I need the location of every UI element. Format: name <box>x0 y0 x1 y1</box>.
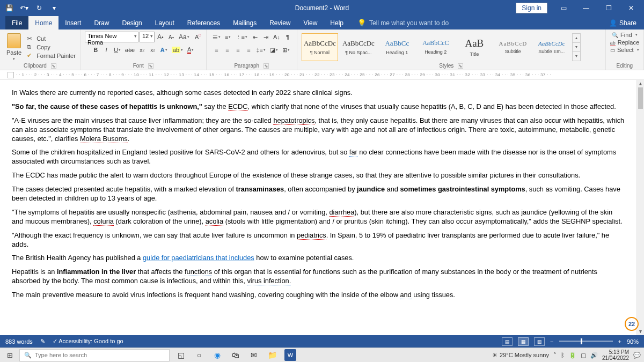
zoom-level[interactable]: 90% <box>627 338 639 345</box>
tab-references[interactable]: References <box>181 16 226 29</box>
read-mode-button[interactable]: ▤ <box>502 337 513 346</box>
ribbon-options-icon[interactable]: ▭ <box>553 0 574 16</box>
taskbar-search[interactable]: 🔍Type here to search <box>19 349 170 361</box>
para[interactable]: The British Health Agency has published … <box>12 254 625 263</box>
tab-help[interactable]: Help <box>324 16 350 29</box>
para[interactable]: In Wales there are currently no reported… <box>12 88 625 98</box>
style-subtitle[interactable]: AaBbCcDSubtitle <box>495 33 531 61</box>
proofing-icon[interactable]: ✎ <box>40 338 45 345</box>
font-dialog-launcher[interactable]: ⬊ <box>148 63 153 69</box>
para[interactable]: Hepatitis is an inflammation in the live… <box>12 268 625 286</box>
guide-link[interactable]: guide for paediatricians that includes <box>143 254 254 262</box>
clear-formatting-button[interactable]: A◇ <box>192 32 202 42</box>
tell-me-search[interactable]: 💡Tell me what you want to do <box>350 16 449 29</box>
task-view-icon[interactable]: ◱ <box>175 349 187 361</box>
tab-layout[interactable]: Layout <box>149 16 181 29</box>
wifi-icon[interactable]: ▢ <box>581 352 586 359</box>
chevron-up-icon[interactable]: ˄ <box>553 352 557 359</box>
system-clock[interactable]: 5:13 PM21/04/2022 <box>602 349 629 361</box>
para[interactable]: The ECDC has made public the alert to wa… <box>12 171 625 180</box>
print-layout-button[interactable]: ▦ <box>518 337 529 346</box>
borders-button[interactable]: ⊞ <box>281 45 291 55</box>
bullets-button[interactable]: ☰ <box>211 32 222 42</box>
replace-button[interactable]: Replace <box>610 39 639 46</box>
style-heading-2[interactable]: AaBbCcCHeading 2 <box>418 33 454 61</box>
word-taskbar-icon[interactable]: W <box>284 349 296 361</box>
align-center-button[interactable]: ≡ <box>222 45 232 55</box>
cut-button[interactable]: Cut <box>27 35 76 42</box>
styles-dialog-launcher[interactable]: ⬊ <box>458 63 463 69</box>
para[interactable]: "The symptoms of hepatitis are usually n… <box>12 208 625 226</box>
font-name-combo[interactable]: Times New Roma <box>85 32 138 42</box>
bluetooth-icon[interactable]: ᛒ <box>561 352 565 358</box>
style--normal[interactable]: AaBbCcDc¶ Normal <box>302 33 338 61</box>
redo-icon[interactable]: ↻ <box>33 2 45 14</box>
document-body[interactable]: In Wales there are currently no reported… <box>0 80 636 310</box>
grow-font-button[interactable]: A▴ <box>156 32 165 42</box>
decrease-indent-button[interactable]: ⇤ <box>250 32 260 42</box>
increase-indent-button[interactable]: ⇥ <box>261 32 270 42</box>
scroll-down-icon[interactable]: ▼ <box>637 328 644 335</box>
format-painter-button[interactable]: Format Painter <box>27 52 76 60</box>
battery-icon[interactable]: 🔋 <box>569 352 576 359</box>
share-button[interactable]: 👤Share <box>602 16 644 29</box>
weather-widget[interactable]: ☀29°C Mostly sunny <box>492 352 549 359</box>
font-size-combo[interactable]: 12 <box>140 32 155 42</box>
find-button[interactable]: Find▾ <box>612 32 637 38</box>
volume-icon[interactable]: 🔊 <box>590 352 598 359</box>
shrink-font-button[interactable]: A▾ <box>166 32 176 42</box>
tab-file[interactable]: File <box>5 16 28 29</box>
undo-icon[interactable]: ↶▾ <box>18 2 30 14</box>
vertical-scrollbar[interactable]: ▲ ▼ <box>636 80 644 335</box>
multilevel-button[interactable]: ⋮≡ <box>234 32 249 42</box>
horizontal-ruler[interactable]: · · 1 · · · 2 · · · 3 · · · 4 · · · 5 · … <box>0 70 644 80</box>
para[interactable]: "A-E viruses are the main viruses that c… <box>12 116 625 144</box>
document-area[interactable]: In Wales there are currently no reported… <box>0 80 636 335</box>
paste-button[interactable]: Paste ▾ <box>4 32 24 62</box>
maximize-button[interactable]: ❐ <box>598 0 619 16</box>
italic-button[interactable]: I <box>101 45 111 55</box>
style-heading-1[interactable]: AaBbCcHeading 1 <box>379 33 415 61</box>
para[interactable]: The cases detected presented acute hepat… <box>12 185 625 203</box>
scroll-up-icon[interactable]: ▲ <box>637 80 644 87</box>
scroll-thumb[interactable] <box>638 87 643 109</box>
strikethrough-button[interactable]: abc <box>123 45 136 55</box>
tab-insert[interactable]: Insert <box>58 16 87 29</box>
word-count[interactable]: 883 words <box>5 338 33 345</box>
superscript-button[interactable]: x2 <box>148 45 158 55</box>
styles-more-button[interactable]: ▴▾▾ <box>572 33 581 61</box>
sort-button[interactable]: A↓ <box>272 32 282 42</box>
tab-draw[interactable]: Draw <box>87 16 115 29</box>
start-button[interactable]: ⊞ <box>0 348 19 363</box>
tab-selector[interactable] <box>8 72 14 78</box>
web-layout-button[interactable]: ▥ <box>534 337 545 346</box>
change-case-button[interactable]: Aa <box>177 32 191 42</box>
numbering-button[interactable]: ≡ <box>223 32 233 42</box>
cortana-icon[interactable]: ○ <box>193 349 205 361</box>
accessibility-status[interactable]: ✓ Accessibility: Good to go <box>53 338 123 345</box>
line-spacing-button[interactable]: ‡≡ <box>254 45 267 55</box>
subscript-button[interactable]: x2 <box>137 45 147 55</box>
tab-view[interactable]: View <box>297 16 324 29</box>
edge-icon[interactable]: ◉ <box>211 349 223 361</box>
mail-icon[interactable]: ✉ <box>248 349 260 361</box>
shading-button[interactable]: ◪ <box>268 45 280 55</box>
comment-badge[interactable]: 22 <box>625 317 639 331</box>
tab-mailings[interactable]: Mailings <box>226 16 263 29</box>
highlight-button[interactable]: ab <box>170 45 185 55</box>
explorer-icon[interactable]: 📁 <box>266 349 278 361</box>
text-effects-button[interactable]: A <box>159 45 169 55</box>
para[interactable]: The main preventive measure to avoid vir… <box>12 291 625 300</box>
zoom-in-button[interactable]: + <box>618 338 621 345</box>
minimize-button[interactable]: — <box>575 0 597 16</box>
save-icon[interactable]: 💾 <box>3 2 15 14</box>
copy-button[interactable]: Copy <box>27 43 76 51</box>
tab-home[interactable]: Home <box>28 16 58 29</box>
style--no-spac-[interactable]: AaBbCcDc¶ No Spac... <box>340 33 377 61</box>
para[interactable]: "So far, the cause of these cases of hep… <box>12 102 625 112</box>
qat-more-icon[interactable]: ▾ <box>48 2 60 14</box>
bold-button[interactable]: B <box>91 45 100 55</box>
align-left-button[interactable]: ≡ <box>211 45 221 55</box>
style-subtle-em-[interactable]: AaBbCcDcSubtle Em... <box>533 33 570 61</box>
font-color-button[interactable]: A <box>186 45 195 55</box>
